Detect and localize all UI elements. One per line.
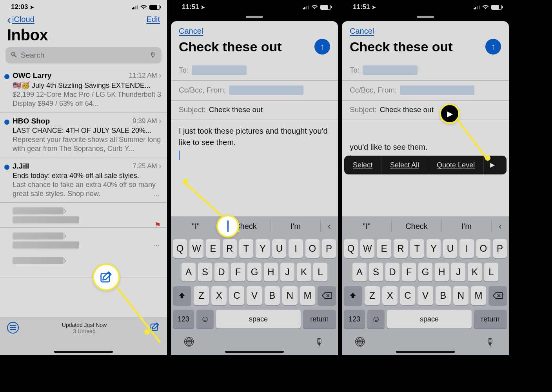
home-indicator[interactable] xyxy=(54,351,113,353)
message-body[interactable]: I just took these pictures and thought y… xyxy=(171,120,338,165)
key-Q[interactable]: Q xyxy=(173,239,187,258)
subject-field[interactable]: Subject:Check these out xyxy=(171,101,338,120)
filter-button[interactable] xyxy=(7,322,19,334)
key-L[interactable]: L xyxy=(313,263,327,281)
emoji-key[interactable]: ☺ xyxy=(196,310,214,328)
key-Y[interactable]: Y xyxy=(427,239,441,258)
cc-field[interactable]: Cc/Bcc, From: xyxy=(342,81,509,101)
delete-key[interactable] xyxy=(488,286,507,305)
key-U[interactable]: U xyxy=(272,239,286,258)
key-Z[interactable]: Z xyxy=(365,286,380,305)
cc-field[interactable]: Cc/Bcc, From: xyxy=(171,81,338,101)
numbers-key[interactable]: 123 xyxy=(173,310,194,328)
to-field[interactable]: To: xyxy=(342,61,509,81)
key-A[interactable]: A xyxy=(182,263,196,281)
key-T[interactable]: T xyxy=(239,239,253,258)
dictate-icon[interactable]: 🎙︎ xyxy=(314,336,325,348)
suggestion-collapse[interactable]: ‹ xyxy=(321,221,338,232)
key-T[interactable]: T xyxy=(410,239,424,258)
key-D[interactable]: D xyxy=(385,263,399,281)
message-row[interactable]: HBO Shop9:39 AM› LAST CHANCE: 4TH OF JUL… xyxy=(0,113,167,158)
suggestion[interactable]: I xyxy=(342,220,392,232)
key-X[interactable]: X xyxy=(211,286,227,305)
key-B[interactable]: B xyxy=(436,286,451,305)
key-H[interactable]: H xyxy=(264,263,278,281)
key-P[interactable]: P xyxy=(322,239,336,258)
message-row-redacted[interactable]: x› x ⚑ xyxy=(0,203,167,228)
back-button[interactable]: ‹iCloud xyxy=(7,15,34,24)
key-P[interactable]: P xyxy=(493,239,507,258)
key-Y[interactable]: Y xyxy=(256,239,270,258)
key-R[interactable]: R xyxy=(223,239,237,258)
key-R[interactable]: R xyxy=(394,239,408,258)
message-row[interactable]: J.Jill7:25 AM› Ends today: extra 40% off… xyxy=(0,158,167,203)
home-indicator[interactable] xyxy=(396,351,455,353)
home-indicator[interactable] xyxy=(225,351,284,353)
suggestion[interactable]: Check xyxy=(392,220,441,232)
suggestion-collapse[interactable]: ‹ xyxy=(492,221,509,232)
key-C[interactable]: C xyxy=(400,286,415,305)
key-S[interactable]: S xyxy=(369,263,383,281)
key-M[interactable]: M xyxy=(300,286,315,305)
to-field[interactable]: To: xyxy=(171,61,338,81)
key-O[interactable]: O xyxy=(305,239,320,258)
key-G[interactable]: G xyxy=(418,263,432,281)
key-J[interactable]: J xyxy=(280,263,294,281)
key-E[interactable]: E xyxy=(377,239,391,258)
key-B[interactable]: B xyxy=(265,286,280,305)
key-E[interactable]: E xyxy=(206,239,220,258)
key-D[interactable]: D xyxy=(214,263,229,281)
key-N[interactable]: N xyxy=(282,286,298,305)
key-M[interactable]: M xyxy=(471,286,486,305)
cancel-button[interactable]: Cancel xyxy=(171,21,338,37)
numbers-key[interactable]: 123 xyxy=(344,310,365,328)
shift-key[interactable] xyxy=(173,286,191,305)
mic-icon[interactable]: 🎙︎ xyxy=(149,51,157,60)
key-V[interactable]: V xyxy=(247,286,262,305)
key-S[interactable]: S xyxy=(198,263,212,281)
key-A[interactable]: A xyxy=(352,263,367,281)
return-key[interactable]: return xyxy=(474,310,507,328)
subject-field[interactable]: Subject:Check these out xyxy=(342,101,509,120)
space-key[interactable]: space xyxy=(216,310,300,328)
sheet-grabber[interactable] xyxy=(417,16,434,18)
shift-key[interactable] xyxy=(344,286,362,305)
emoji-key[interactable]: ☺ xyxy=(367,310,385,328)
menu-quote-level[interactable]: Quote Level xyxy=(428,156,484,174)
key-I[interactable]: I xyxy=(459,239,474,258)
send-button[interactable]: ↑ xyxy=(314,39,330,54)
key-C[interactable]: C xyxy=(229,286,244,305)
key-G[interactable]: G xyxy=(247,263,261,281)
key-X[interactable]: X xyxy=(382,286,398,305)
menu-select-all[interactable]: Select All xyxy=(381,156,428,174)
key-W[interactable]: W xyxy=(360,239,374,258)
send-button[interactable]: ↑ xyxy=(485,39,501,54)
keyboard[interactable]: I Check I'm ‹ QWERTYUIOP ASDFGHJKL ZXCVB… xyxy=(342,216,509,355)
message-row[interactable]: OWC Larry11:12 AM› 🇺🇸🥳 July 4th Sizzling… xyxy=(0,67,167,113)
message-row-redacted[interactable]: x› xyxy=(0,252,167,278)
key-Z[interactable]: Z xyxy=(194,286,209,305)
keyboard[interactable]: I Check I'm ‹ QWERTYUIOP ASDFGHJKL ZXCVB… xyxy=(171,216,338,355)
globe-icon[interactable]: 🌐︎ xyxy=(184,336,194,348)
search-field[interactable]: 🔍︎ Search 🎙︎ xyxy=(5,47,162,64)
key-L[interactable]: L xyxy=(484,263,498,281)
menu-select[interactable]: Select xyxy=(344,156,381,174)
dictate-icon[interactable]: 🎙︎ xyxy=(485,336,496,348)
edit-button[interactable]: Edit xyxy=(147,15,160,24)
key-K[interactable]: K xyxy=(297,263,311,281)
message-row-redacted[interactable]: x› x … xyxy=(0,228,167,252)
key-O[interactable]: O xyxy=(476,239,490,258)
key-W[interactable]: W xyxy=(189,239,203,258)
key-Q[interactable]: Q xyxy=(344,239,358,258)
key-N[interactable]: N xyxy=(453,286,468,305)
key-J[interactable]: J xyxy=(451,263,465,281)
key-U[interactable]: U xyxy=(443,239,457,258)
key-I[interactable]: I xyxy=(289,239,303,258)
return-key[interactable]: return xyxy=(303,310,336,328)
key-H[interactable]: H xyxy=(435,263,449,281)
suggestion[interactable]: I'm xyxy=(271,220,321,232)
suggestion[interactable]: I xyxy=(171,220,221,232)
globe-icon[interactable]: 🌐︎ xyxy=(355,336,365,348)
delete-key[interactable] xyxy=(318,286,336,305)
key-K[interactable]: K xyxy=(468,263,482,281)
